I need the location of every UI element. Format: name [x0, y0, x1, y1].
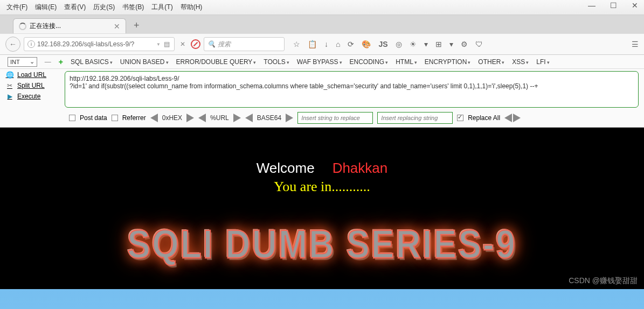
menu-html[interactable]: HTML	[396, 58, 417, 66]
refresh-icon[interactable]: ⟳	[348, 40, 354, 48]
replace-all-label: Replace All	[468, 114, 500, 122]
arrow-right-icon	[286, 114, 293, 122]
postdata-label: Post data	[80, 114, 107, 122]
window-close-button[interactable]: ✕	[630, 1, 640, 10]
noscript-icon[interactable]	[191, 39, 200, 49]
menu-encoding[interactable]: ENCODING	[350, 58, 389, 66]
gear-icon[interactable]: ⚙	[461, 40, 468, 48]
referrer-label: Referrer	[122, 114, 146, 122]
menu-xss[interactable]: XSS	[512, 58, 529, 66]
arrow-right-icon	[186, 114, 194, 122]
toolbar-icons: ☆ 📋 ↓ ⌂ ⟳ 🎨 JS ◎ ☀ ▾ ⊞ ▾ ⚙ 🛡 ☰	[293, 40, 639, 48]
replace-all-checkbox[interactable]	[457, 115, 463, 121]
split-icon: ✂	[5, 82, 14, 89]
info-icon: i	[27, 40, 35, 48]
clipboard-icon[interactable]: 📋	[308, 40, 317, 48]
int-select[interactable]: INT⌄	[8, 57, 37, 67]
username-text: Dhakkan	[333, 160, 388, 176]
app-menubar: 文件(F) 编辑(E) 查看(V) 历史(S) 书签(B) 工具(T) 帮助(H…	[0, 0, 644, 15]
hackbar-body: 🌐Load URL ✂Split URL ▶Execute http://192…	[0, 69, 644, 110]
menu-waf[interactable]: WAF BYPASS	[297, 58, 342, 66]
arrow-left-icon	[150, 114, 158, 122]
url-text: 192.168.29.206/sqli-labs/Less-9/?	[37, 40, 134, 48]
url-input[interactable]: i 192.168.29.206/sqli-labs/Less-9/? ▼ ▤	[24, 37, 175, 51]
target-icon[interactable]: ◎	[396, 40, 402, 48]
dropdown2-icon[interactable]: ▾	[424, 40, 428, 48]
page-content: Welcome Dhakkan You are in........... SQ…	[0, 128, 644, 289]
menu-other[interactable]: OTHER	[478, 58, 504, 66]
js-icon[interactable]: JS	[378, 40, 387, 48]
new-tab-button[interactable]: +	[129, 20, 144, 31]
referrer-checkbox[interactable]	[112, 115, 118, 121]
menu-union[interactable]: UNION BASED	[120, 58, 169, 66]
back-button[interactable]: ←	[5, 37, 20, 52]
plus-icon[interactable]: +	[59, 58, 63, 66]
menu-edit[interactable]: 编辑(E)	[35, 3, 57, 12]
chevron-down-icon: ⌄	[30, 58, 34, 65]
grid-icon[interactable]: ⊞	[435, 40, 442, 48]
hackbar-line1: http://192.168.29.206/sqli-labs/Less-9/	[70, 75, 634, 82]
sun-icon[interactable]: ☀	[410, 40, 417, 48]
browser-tab[interactable]: 正在连接... ✕	[13, 18, 126, 33]
replace-to-input[interactable]	[377, 112, 453, 124]
download-icon[interactable]: ↓	[324, 40, 328, 48]
arrow-right-icon	[233, 114, 241, 122]
search-placeholder: 搜索	[218, 40, 231, 49]
execute-button[interactable]: ▶Execute	[5, 93, 59, 100]
dash-icon: —	[45, 58, 51, 66]
welcome-text: Welcome Dhakkan	[0, 160, 644, 177]
arrow-left-icon	[198, 114, 206, 122]
replace-from-input[interactable]	[297, 112, 373, 124]
hex-encode[interactable]: 0xHEX	[150, 114, 194, 122]
menu-burger-icon[interactable]: ☰	[632, 40, 639, 48]
base64-encode[interactable]: BASE64	[245, 114, 293, 122]
execute-icon: ▶	[5, 93, 14, 100]
arrow-right-icon	[513, 114, 521, 122]
window-min-button[interactable]: —	[587, 1, 597, 10]
menu-sql-basics[interactable]: SQL BASICS	[71, 58, 113, 66]
hackbar-bottom: Post data Referrer 0xHEX %URL BASE64 Rep…	[0, 110, 644, 128]
hackbar-line2: ?id=1' and if(substr((select column_name…	[70, 82, 634, 90]
shield-icon[interactable]: 🛡	[475, 40, 483, 48]
replace-exec[interactable]	[504, 114, 521, 122]
load-url-button[interactable]: 🌐Load URL	[5, 71, 59, 79]
bookmark-star-icon[interactable]: ☆	[293, 40, 300, 48]
window-controls: — ☐ ✕	[587, 1, 640, 10]
hackbar-actions: 🌐Load URL ✂Split URL ▶Execute	[5, 71, 59, 108]
hackbar-menu: INT⌄ — + SQL BASICS UNION BASED ERROR/DO…	[0, 55, 644, 69]
search-icon: 🔍	[207, 40, 216, 48]
palette-icon[interactable]: 🎨	[362, 40, 371, 48]
menu-bookmarks[interactable]: 书签(B)	[122, 3, 144, 12]
postdata-checkbox[interactable]	[69, 115, 75, 121]
menu-history[interactable]: 历史(S)	[93, 3, 115, 12]
menu-tools[interactable]: 工具(T)	[151, 3, 172, 12]
stop-button[interactable]: ✕	[178, 40, 188, 48]
menu-error[interactable]: ERROR/DOUBLE QUERY	[176, 58, 257, 66]
watermark: CSDN @赚钱娶甜甜	[569, 276, 638, 286]
home-icon[interactable]: ⌂	[336, 40, 340, 48]
dropdown3-icon[interactable]: ▾	[449, 40, 453, 48]
loading-spinner-icon	[19, 23, 26, 30]
tab-title: 正在连接...	[30, 22, 61, 31]
menu-lfi[interactable]: LFI	[536, 58, 549, 66]
arrow-left-icon	[504, 114, 512, 122]
search-input[interactable]: 🔍 搜索	[204, 37, 285, 51]
tab-bar: 正在连接... ✕ +	[0, 15, 644, 33]
menu-tools[interactable]: TOOLS	[264, 58, 289, 66]
status-text: You are in...........	[0, 179, 644, 195]
reader-icon[interactable]: ▤	[163, 40, 171, 48]
split-url-button[interactable]: ✂Split URL	[5, 82, 59, 89]
tab-close-button[interactable]: ✕	[114, 22, 120, 31]
url-dropdown-icon[interactable]: ▼	[156, 42, 161, 47]
arrow-left-icon	[245, 114, 253, 122]
navigation-bar: ← i 192.168.29.206/sqli-labs/Less-9/? ▼ …	[0, 33, 644, 55]
hackbar-textarea[interactable]: http://192.168.29.206/sqli-labs/Less-9/ …	[65, 71, 639, 108]
menu-view[interactable]: 查看(V)	[64, 3, 86, 12]
window-max-button[interactable]: ☐	[608, 1, 618, 10]
series-title: SQLI DUMB SERIES-9	[0, 221, 644, 267]
menu-help[interactable]: 帮助(H)	[181, 3, 203, 12]
menu-file[interactable]: 文件(F)	[6, 3, 27, 12]
url-encode[interactable]: %URL	[198, 114, 241, 122]
load-icon: 🌐	[5, 71, 14, 79]
menu-encryption[interactable]: ENCRYPTION	[425, 58, 470, 66]
